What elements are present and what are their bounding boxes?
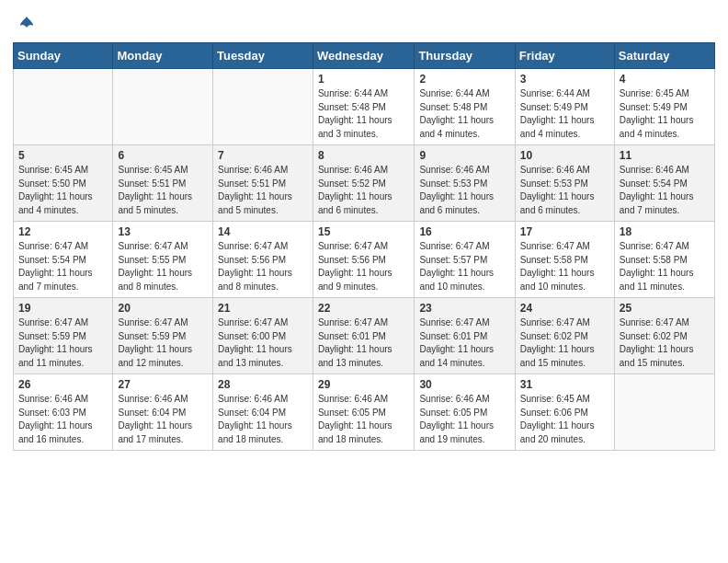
cell-content: Sunrise: 6:47 AMSunset: 6:01 PMDaylight:… (318, 316, 409, 370)
day-number: 28 (218, 378, 308, 391)
calendar-cell (113, 69, 213, 145)
cell-content: Sunrise: 6:46 AMSunset: 5:53 PMDaylight:… (520, 164, 609, 217)
calendar-cell (213, 69, 313, 145)
day-number: 2 (419, 73, 509, 86)
calendar-week-row: 26Sunrise: 6:46 AMSunset: 6:03 PMDayligh… (14, 374, 715, 451)
calendar-cell: 10Sunrise: 6:46 AMSunset: 5:53 PMDayligh… (515, 145, 614, 222)
calendar-week-row: 1Sunrise: 6:44 AMSunset: 5:48 PMDaylight… (14, 69, 715, 145)
calendar-cell: 5Sunrise: 6:45 AMSunset: 5:50 PMDaylight… (14, 145, 113, 222)
calendar-table: SundayMondayTuesdayWednesdayThursdayFrid… (13, 42, 715, 451)
day-number: 10 (520, 149, 609, 162)
day-number: 19 (18, 302, 108, 315)
day-number: 15 (318, 225, 409, 238)
day-number: 27 (118, 378, 208, 391)
weekday-header: Sunday (14, 43, 113, 69)
calendar-cell: 12Sunrise: 6:47 AMSunset: 5:54 PMDayligh… (14, 222, 113, 298)
calendar-cell: 4Sunrise: 6:45 AMSunset: 5:49 PMDaylight… (614, 69, 714, 145)
cell-content: Sunrise: 6:46 AMSunset: 5:51 PMDaylight:… (218, 164, 308, 217)
cell-content: Sunrise: 6:47 AMSunset: 6:01 PMDaylight:… (419, 316, 509, 370)
day-number: 29 (318, 378, 409, 391)
cell-content: Sunrise: 6:46 AMSunset: 5:52 PMDaylight:… (318, 164, 409, 217)
day-number: 14 (218, 225, 308, 238)
day-number: 7 (218, 149, 308, 162)
cell-content: Sunrise: 6:47 AMSunset: 5:55 PMDaylight:… (118, 240, 208, 293)
calendar-cell (14, 69, 113, 145)
cell-content: Sunrise: 6:46 AMSunset: 6:04 PMDaylight:… (218, 393, 308, 446)
day-number: 25 (620, 302, 710, 315)
calendar-cell: 17Sunrise: 6:47 AMSunset: 5:58 PMDayligh… (515, 222, 614, 298)
cell-content: Sunrise: 6:46 AMSunset: 6:05 PMDaylight:… (318, 393, 409, 446)
cell-content: Sunrise: 6:47 AMSunset: 5:56 PMDaylight:… (218, 240, 308, 293)
cell-content: Sunrise: 6:47 AMSunset: 5:59 PMDaylight:… (118, 316, 208, 370)
logo-text (18, 15, 33, 35)
calendar-cell: 18Sunrise: 6:47 AMSunset: 5:58 PMDayligh… (614, 222, 714, 298)
cell-content: Sunrise: 6:45 AMSunset: 5:50 PMDaylight:… (18, 164, 108, 217)
day-number: 4 (620, 73, 710, 86)
calendar-week-row: 5Sunrise: 6:45 AMSunset: 5:50 PMDaylight… (14, 145, 715, 222)
calendar-cell: 9Sunrise: 6:46 AMSunset: 5:53 PMDaylight… (415, 145, 515, 222)
calendar-cell (614, 374, 714, 451)
cell-content: Sunrise: 6:47 AMSunset: 6:02 PMDaylight:… (520, 316, 609, 370)
cell-content: Sunrise: 6:47 AMSunset: 5:57 PMDaylight:… (419, 240, 509, 293)
day-number: 5 (18, 149, 108, 162)
calendar-cell: 14Sunrise: 6:47 AMSunset: 5:56 PMDayligh… (213, 222, 313, 298)
day-number: 20 (118, 302, 208, 315)
day-number: 24 (520, 302, 609, 315)
cell-content: Sunrise: 6:47 AMSunset: 5:59 PMDaylight:… (18, 316, 108, 370)
day-number: 1 (318, 73, 409, 86)
day-number: 31 (520, 378, 609, 391)
calendar-cell: 15Sunrise: 6:47 AMSunset: 5:56 PMDayligh… (313, 222, 414, 298)
day-number: 3 (520, 73, 609, 86)
calendar-wrap: SundayMondayTuesdayWednesdayThursdayFrid… (0, 42, 728, 464)
day-number: 30 (419, 378, 509, 391)
calendar-cell: 2Sunrise: 6:44 AMSunset: 5:48 PMDaylight… (415, 69, 515, 145)
calendar-cell: 8Sunrise: 6:46 AMSunset: 5:52 PMDaylight… (313, 145, 414, 222)
calendar-cell: 25Sunrise: 6:47 AMSunset: 6:02 PMDayligh… (614, 298, 714, 374)
logo-bird-icon (20, 17, 33, 35)
calendar-cell: 20Sunrise: 6:47 AMSunset: 5:59 PMDayligh… (113, 298, 213, 374)
calendar-cell: 28Sunrise: 6:46 AMSunset: 6:04 PMDayligh… (213, 374, 313, 451)
calendar-cell: 1Sunrise: 6:44 AMSunset: 5:48 PMDaylight… (313, 69, 414, 145)
calendar-cell: 11Sunrise: 6:46 AMSunset: 5:54 PMDayligh… (614, 145, 714, 222)
cell-content: Sunrise: 6:44 AMSunset: 5:48 PMDaylight:… (318, 87, 409, 141)
calendar-cell: 30Sunrise: 6:46 AMSunset: 6:05 PMDayligh… (415, 374, 515, 451)
calendar-cell: 6Sunrise: 6:45 AMSunset: 5:51 PMDaylight… (113, 145, 213, 222)
day-number: 17 (520, 225, 609, 238)
cell-content: Sunrise: 6:44 AMSunset: 5:49 PMDaylight:… (520, 87, 609, 141)
day-number: 9 (419, 149, 509, 162)
calendar-week-row: 12Sunrise: 6:47 AMSunset: 5:54 PMDayligh… (14, 222, 715, 298)
cell-content: Sunrise: 6:46 AMSunset: 6:03 PMDaylight:… (18, 393, 108, 446)
day-number: 11 (620, 149, 710, 162)
day-number: 13 (118, 225, 208, 238)
weekday-header: Tuesday (213, 43, 313, 69)
day-number: 16 (419, 225, 509, 238)
cell-content: Sunrise: 6:47 AMSunset: 6:00 PMDaylight:… (218, 316, 308, 370)
cell-content: Sunrise: 6:47 AMSunset: 5:58 PMDaylight:… (620, 240, 710, 293)
day-number: 12 (18, 225, 108, 238)
page-header (0, 0, 728, 42)
cell-content: Sunrise: 6:47 AMSunset: 5:58 PMDaylight:… (520, 240, 609, 293)
weekday-header-row: SundayMondayTuesdayWednesdayThursdayFrid… (14, 43, 715, 69)
cell-content: Sunrise: 6:47 AMSunset: 6:02 PMDaylight:… (620, 316, 710, 370)
day-number: 23 (419, 302, 509, 315)
cell-content: Sunrise: 6:46 AMSunset: 6:04 PMDaylight:… (118, 393, 208, 446)
calendar-cell: 21Sunrise: 6:47 AMSunset: 6:00 PMDayligh… (213, 298, 313, 374)
cell-content: Sunrise: 6:47 AMSunset: 5:54 PMDaylight:… (18, 240, 108, 293)
calendar-cell: 23Sunrise: 6:47 AMSunset: 6:01 PMDayligh… (415, 298, 515, 374)
cell-content: Sunrise: 6:46 AMSunset: 5:54 PMDaylight:… (620, 164, 710, 217)
calendar-cell: 7Sunrise: 6:46 AMSunset: 5:51 PMDaylight… (213, 145, 313, 222)
day-number: 18 (620, 225, 710, 238)
day-number: 26 (18, 378, 108, 391)
day-number: 22 (318, 302, 409, 315)
cell-content: Sunrise: 6:45 AMSunset: 5:51 PMDaylight:… (118, 164, 208, 217)
cell-content: Sunrise: 6:44 AMSunset: 5:48 PMDaylight:… (419, 87, 509, 141)
cell-content: Sunrise: 6:45 AMSunset: 6:06 PMDaylight:… (520, 393, 609, 446)
calendar-cell: 31Sunrise: 6:45 AMSunset: 6:06 PMDayligh… (515, 374, 614, 451)
day-number: 6 (118, 149, 208, 162)
calendar-cell: 26Sunrise: 6:46 AMSunset: 6:03 PMDayligh… (14, 374, 113, 451)
calendar-cell: 3Sunrise: 6:44 AMSunset: 5:49 PMDaylight… (515, 69, 614, 145)
calendar-cell: 19Sunrise: 6:47 AMSunset: 5:59 PMDayligh… (14, 298, 113, 374)
calendar-cell: 16Sunrise: 6:47 AMSunset: 5:57 PMDayligh… (415, 222, 515, 298)
weekday-header: Friday (515, 43, 614, 69)
cell-content: Sunrise: 6:47 AMSunset: 5:56 PMDaylight:… (318, 240, 409, 293)
